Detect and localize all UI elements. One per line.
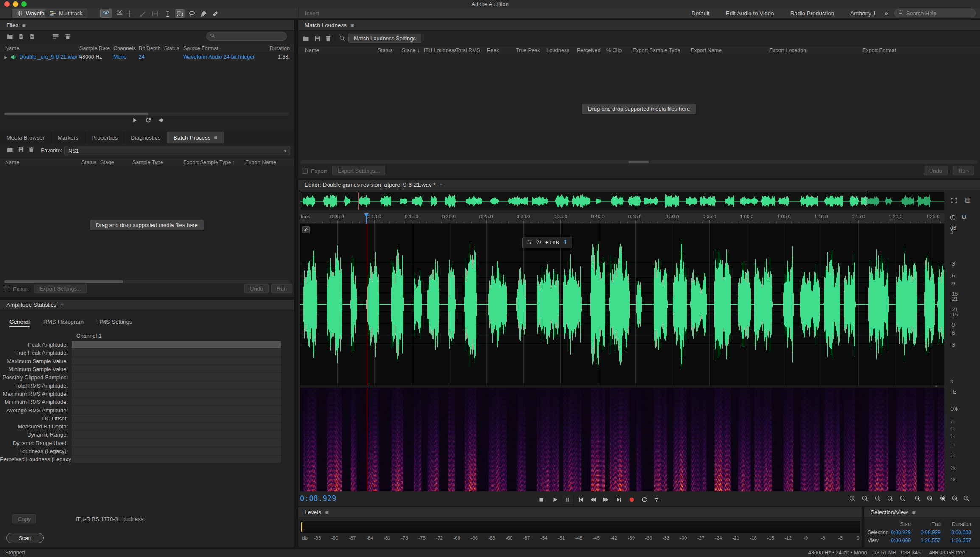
- column-stage[interactable]: Stage ↓: [402, 48, 420, 53]
- match-horizontal-scrollbar[interactable]: [300, 160, 978, 164]
- match-run-button[interactable]: Run: [953, 166, 974, 175]
- disclosure-icon[interactable]: ▸: [4, 54, 7, 60]
- tab-general[interactable]: General: [9, 319, 30, 327]
- batch-run-button[interactable]: Run: [271, 284, 292, 293]
- scrollbar-thumb[interactable]: [4, 280, 123, 283]
- column-export-format[interactable]: Export Format: [862, 48, 896, 53]
- tab-rms-histogram[interactable]: RMS Histogram: [43, 319, 84, 327]
- loop-preview-button[interactable]: [145, 117, 151, 123]
- open-file-button[interactable]: [6, 33, 13, 40]
- ruler-canvas[interactable]: [300, 213, 944, 224]
- column-status[interactable]: Status: [81, 160, 96, 165]
- match-remove-button[interactable]: [325, 35, 331, 42]
- stat-value-cell[interactable]: [71, 381, 281, 389]
- overview-fit-button[interactable]: [950, 197, 958, 204]
- spot-healing-brush-tool-button[interactable]: [210, 9, 220, 18]
- clock-icon[interactable]: [949, 214, 956, 221]
- razor-tool-button[interactable]: [137, 9, 148, 18]
- stat-value-cell[interactable]: [71, 431, 281, 439]
- column-status[interactable]: Status: [378, 48, 392, 53]
- column-export-name[interactable]: Export Name: [691, 48, 722, 53]
- tab-markers[interactable]: Markers: [51, 132, 85, 143]
- column-name[interactable]: Name: [5, 160, 19, 165]
- splitter-handle[interactable]: ≡: [935, 386, 938, 387]
- batch-export-checkbox[interactable]: [4, 286, 9, 291]
- column-loudness[interactable]: Loudness: [546, 48, 569, 53]
- match-undo-button[interactable]: Undo: [924, 166, 948, 175]
- stat-value-cell[interactable]: [71, 455, 281, 463]
- batch-add-files-button[interactable]: [6, 146, 13, 153]
- batch-save-button[interactable]: [18, 146, 24, 153]
- panel-menu-icon[interactable]: ≡: [60, 302, 64, 308]
- gain-knob-icon[interactable]: [536, 239, 542, 246]
- tab-rms-settings[interactable]: RMS Settings: [97, 319, 132, 327]
- match-export-checkbox[interactable]: [302, 168, 308, 174]
- match-add-files-button[interactable]: [302, 35, 309, 42]
- waveform-overlay-icon[interactable]: [302, 226, 310, 233]
- panel-menu-icon[interactable]: ≡: [912, 509, 915, 515]
- column-name[interactable]: Name: [5, 45, 19, 51]
- zoom-in-point-button[interactable]: ◂: [914, 495, 924, 504]
- paintbrush-selection-tool-button[interactable]: [198, 9, 208, 18]
- stat-value-cell[interactable]: [71, 357, 281, 365]
- stat-value-cell[interactable]: [71, 341, 281, 349]
- lasso-selection-tool-button[interactable]: [187, 9, 197, 18]
- scrollbar-thumb[interactable]: [4, 113, 148, 115]
- amplitude-panel-header[interactable]: Amplitude Statistics ≡: [0, 300, 294, 310]
- time-selection-tool-button[interactable]: [162, 9, 173, 18]
- files-column-header[interactable]: Name Sample Rate Channels Bit Depth Stat…: [0, 44, 294, 53]
- files-search-box[interactable]: [206, 32, 287, 41]
- workspace-default[interactable]: Default: [692, 10, 710, 17]
- tab-diagnostics[interactable]: Diagnostics: [124, 132, 167, 143]
- scrollbar-thumb[interactable]: [628, 161, 649, 163]
- column-perceived[interactable]: Perceived: [577, 48, 601, 53]
- copy-statistics-button[interactable]: Copy: [12, 514, 36, 523]
- help-search-box[interactable]: [894, 9, 976, 17]
- workspace-radio-production[interactable]: Radio Production: [790, 10, 834, 17]
- stat-value-cell[interactable]: [71, 414, 281, 423]
- help-search-input[interactable]: [906, 10, 972, 17]
- insert-into-multitrack-button[interactable]: [52, 33, 59, 40]
- selection-start-value[interactable]: 0:08.929: [886, 529, 911, 535]
- multitrack-mode-button[interactable]: Multitrack: [45, 9, 87, 18]
- panel-menu-icon[interactable]: ≡: [22, 22, 26, 28]
- files-panel-header[interactable]: Files ≡: [0, 20, 294, 31]
- zoom-out-button[interactable]: −: [862, 495, 871, 504]
- selection-end-value[interactable]: 0:08.929: [917, 529, 941, 535]
- panel-menu-icon[interactable]: ≡: [350, 22, 354, 28]
- overview-options-icon[interactable]: ▦: [965, 196, 971, 204]
- volume-hud[interactable]: +0 dB: [522, 237, 572, 248]
- match-save-button[interactable]: [314, 35, 321, 42]
- batch-export-settings-button[interactable]: Export Settings...: [34, 284, 87, 293]
- column-clip[interactable]: % Clip: [606, 48, 622, 53]
- column-stage[interactable]: Stage: [100, 160, 114, 165]
- zoom-horizontal-button[interactable]: ↔: [952, 495, 961, 504]
- column-export-name[interactable]: Export Name: [245, 160, 276, 165]
- column-channels[interactable]: Channels: [113, 45, 136, 51]
- stat-value-cell[interactable]: [71, 447, 281, 455]
- column-sample-type[interactable]: Sample Type: [132, 160, 163, 165]
- view-end-value[interactable]: 1:26.557: [917, 537, 941, 543]
- zoom-in-time-button[interactable]: +: [874, 495, 884, 504]
- column-source-format[interactable]: Source Format: [183, 45, 218, 51]
- batch-undo-button[interactable]: Undo: [244, 284, 269, 293]
- match-loudness-settings-button[interactable]: Match Loudness Settings: [348, 34, 421, 43]
- tab-batch-process[interactable]: Batch Process≡: [167, 132, 224, 143]
- column-name[interactable]: Name: [305, 48, 319, 53]
- selection-panel-header[interactable]: Selection/View ≡: [864, 507, 980, 518]
- move-tool-button[interactable]: [124, 9, 134, 18]
- batch-horizontal-scrollbar[interactable]: [4, 280, 289, 283]
- slip-tool-button[interactable]: [150, 9, 160, 18]
- preview-play-button[interactable]: [132, 117, 138, 123]
- column-peak[interactable]: Peak: [487, 48, 499, 53]
- overview-strip[interactable]: [300, 192, 944, 210]
- workspace-edit-audio-to-video[interactable]: Edit Audio to Video: [726, 10, 774, 17]
- zoom-out-time-button[interactable]: −: [887, 495, 896, 504]
- match-panel-header[interactable]: Match Loudness ≡: [298, 20, 980, 31]
- match-export-settings-button[interactable]: Export Settings...: [332, 166, 385, 175]
- invert-button[interactable]: Invert: [305, 10, 319, 17]
- waveform-display[interactable]: [300, 224, 944, 385]
- file-name[interactable]: Double _cre_9-6-21.wav *: [20, 54, 81, 60]
- match-column-header[interactable]: Name Status Stage ↓ ITU Loudness Total R…: [298, 46, 980, 55]
- scan-button[interactable]: Scan: [6, 533, 44, 543]
